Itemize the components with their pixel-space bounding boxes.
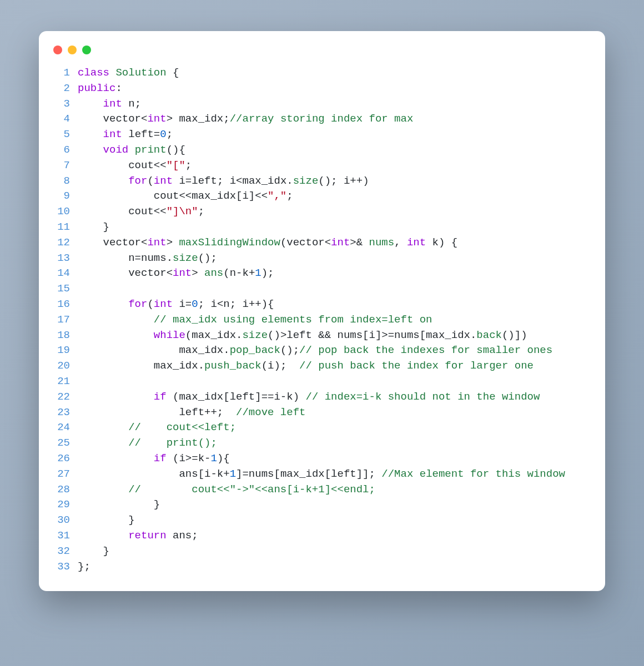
code-token: max_idx. <box>78 360 204 372</box>
code-token: size <box>173 252 198 264</box>
code-line: 19 max_idx.pop_back();// pop back the in… <box>51 343 593 359</box>
code-line: 21 <box>51 374 593 390</box>
code-line: 17 // max_idx using elements from index=… <box>51 312 593 328</box>
code-line: 31 return ans; <box>51 528 593 544</box>
code-line: 1class Solution { <box>51 65 593 81</box>
code-line: 9 cout<<max_idx[i]<<","; <box>51 189 593 204</box>
code-token: 1 <box>230 468 236 480</box>
code-token: ans <box>204 267 223 279</box>
code-content: return ans; <box>78 528 593 544</box>
code-token: "[" <box>167 159 185 171</box>
line-number: 14 <box>51 266 78 281</box>
code-content <box>78 281 593 297</box>
code-token <box>128 144 134 156</box>
line-number: 20 <box>51 359 78 374</box>
code-content: n=nums.size(); <box>78 251 593 266</box>
code-token <box>78 144 103 156</box>
code-line: 7 cout<<"["; <box>51 158 593 174</box>
code-token: : <box>115 82 122 94</box>
code-line: 30 } <box>51 513 593 528</box>
code-content: } <box>78 220 593 235</box>
line-number: 7 <box>51 158 78 174</box>
minimize-icon[interactable] <box>68 46 77 54</box>
code-line: 26 if (i>=k-1){ <box>51 451 593 467</box>
code-line: 32 } <box>51 544 593 559</box>
code-token: n=nums. <box>78 252 173 264</box>
code-token: //move left <box>236 406 305 418</box>
code-token: //array storing index for max <box>230 113 414 125</box>
code-token: class <box>78 67 115 79</box>
code-token: ; <box>286 190 293 202</box>
line-number: 2 <box>51 81 78 97</box>
code-content: // max_idx using elements from index=lef… <box>78 312 593 328</box>
code-token <box>78 452 154 465</box>
code-token: ( <box>147 298 153 310</box>
code-content: vector<int> ans(n-k+1); <box>78 266 593 281</box>
code-content: ans[i-k+1]=nums[max_idx[left]]; //Max el… <box>78 467 593 482</box>
line-number: 3 <box>51 97 78 112</box>
code-content: max_idx.pop_back();// pop back the index… <box>78 343 593 359</box>
code-token <box>78 437 128 449</box>
line-number: 9 <box>51 189 78 204</box>
code-token: while <box>154 329 185 341</box>
code-content: vector<int> maxSlidingWindow(vector<int>… <box>78 235 593 251</box>
code-content: public: <box>78 81 593 97</box>
code-token: ans; <box>167 529 198 542</box>
code-token: 0 <box>160 128 166 140</box>
code-token: left= <box>122 128 160 140</box>
code-token: ]=nums[max_idx[left]]; <box>236 468 381 480</box>
code-token: vector< <box>78 267 173 279</box>
code-token: (vector< <box>280 236 331 249</box>
code-content: } <box>78 544 593 559</box>
code-token: if <box>154 452 167 465</box>
code-content: // cout<<"->"<<ans[i-k+1]<<endl; <box>78 482 593 498</box>
code-content: }; <box>78 559 593 575</box>
code-token: cout<< <box>78 205 167 218</box>
line-number: 30 <box>51 513 78 528</box>
code-token: (i>=k- <box>167 452 211 465</box>
code-token: ; i<n; i++){ <box>198 298 274 310</box>
code-token: ans[i-k+ <box>78 468 230 480</box>
code-token: } <box>78 514 135 526</box>
line-number: 29 <box>51 497 78 513</box>
close-icon[interactable] <box>53 46 62 54</box>
code-content: left++; //move left <box>78 405 593 421</box>
line-number: 11 <box>51 220 78 235</box>
line-number: 21 <box>51 374 78 390</box>
code-token: i=left; i<max_idx. <box>173 175 293 187</box>
code-content: if (max_idx[left]==i-k) // index=i-k sho… <box>78 390 593 405</box>
code-block: 1class Solution {2public:3 int n;4 vecto… <box>51 65 593 574</box>
code-token: ; <box>198 205 204 218</box>
code-token: return <box>128 529 166 542</box>
code-content: for(int i=left; i<max_idx.size(); i++) <box>78 174 593 189</box>
code-line: 13 n=nums.size(); <box>51 251 593 266</box>
code-token <box>78 329 154 341</box>
code-token: > max_idx; <box>167 113 230 125</box>
code-token: // print(); <box>128 437 217 449</box>
line-number: 24 <box>51 420 78 436</box>
code-token: // push back the index for larger one <box>299 360 534 372</box>
code-token: ); <box>261 267 274 279</box>
code-line: 23 left++; //move left <box>51 405 593 421</box>
code-token: int <box>173 267 192 279</box>
code-token: int <box>103 128 122 140</box>
line-number: 31 <box>51 528 78 544</box>
code-token: 1 <box>210 452 217 465</box>
code-content: cout<<max_idx[i]<<","; <box>78 189 593 204</box>
code-line: 25 // print(); <box>51 436 593 451</box>
line-number: 6 <box>51 143 78 158</box>
code-token: 0 <box>192 298 198 310</box>
code-token: (); <box>198 252 217 264</box>
code-token: cout<<max_idx[i]<< <box>78 190 268 202</box>
code-line: 10 cout<<"]\n"; <box>51 204 593 220</box>
code-token: ){ <box>217 452 230 465</box>
line-number: 5 <box>51 127 78 143</box>
code-line: 16 for(int i=0; i<n; i++){ <box>51 297 593 312</box>
line-number: 33 <box>51 559 78 575</box>
code-token: i= <box>173 298 192 310</box>
line-number: 4 <box>51 112 78 127</box>
code-token: // index=i-k should not in the window <box>305 391 540 403</box>
zoom-icon[interactable] <box>82 46 91 54</box>
code-token: Solution <box>115 67 166 79</box>
code-token: int <box>154 298 173 310</box>
